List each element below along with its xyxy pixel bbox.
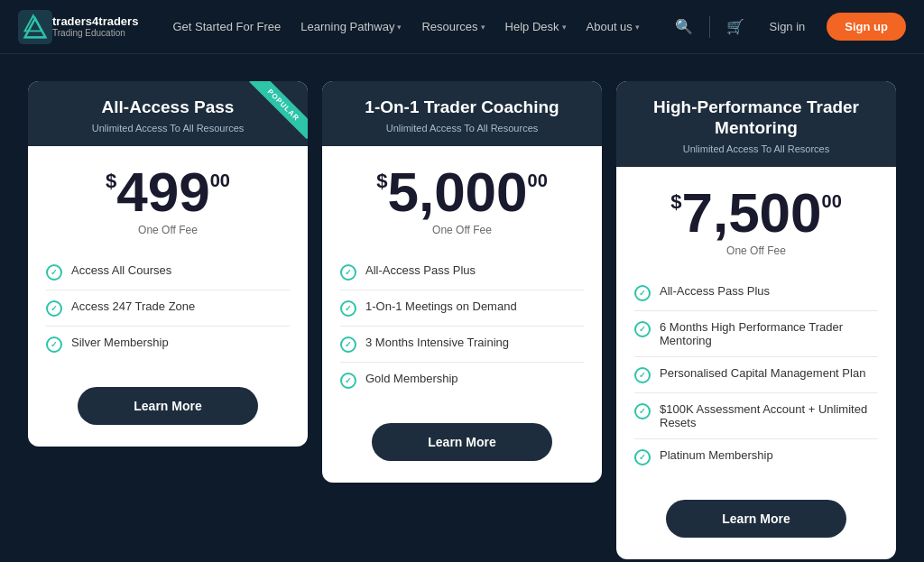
feature-text: 1-On-1 Meetings on Demand [365,299,517,313]
pricing-card-mentoring: High-Performance Trader Mentoring Unlimi… [616,81,896,559]
chevron-down-icon: ▾ [397,23,402,32]
check-icon [46,300,62,317]
card-subtitle: Unlimited Access To All Resorces [631,143,882,154]
price-amount: 499 [116,164,209,220]
card-header-coaching: 1-On-1 Trader Coaching Unlimited Access … [322,81,602,146]
sign-in-button[interactable]: Sign in [761,14,815,39]
check-icon [634,403,651,419]
search-button[interactable]: 🔍 [671,14,697,39]
pricing-card-all-access: All-Access Pass Unlimited Access To All … [28,81,308,447]
chevron-down-icon: ▾ [481,23,485,32]
nav-right: 🔍 🛒 Sign in Sign up [671,13,906,41]
feature-item: All-Access Pass Plus [634,275,878,311]
price-cents: 00 [822,192,842,210]
price-dollar: $ [670,192,681,212]
check-icon [634,321,651,337]
logo-text: traders4traders Trading Education [52,15,138,38]
check-icon [340,373,356,389]
learn-more-button-all-access[interactable]: Learn More [78,387,258,425]
feature-item: 3 Months Intensive Training [340,327,584,363]
nav-resources[interactable]: Resources ▾ [414,14,492,39]
price-label: One Off Fee [340,224,584,236]
nav-about-us[interactable]: About us ▾ [579,14,647,39]
nav-learning-pathway[interactable]: Learning Pathway ▾ [293,14,409,39]
check-icon [340,336,356,353]
card-body-mentoring: $ 7,500 00 One Off Fee All-Access Pass P… [616,167,896,559]
pricing-section: All-Access Pass Unlimited Access To All … [0,54,924,562]
card-header-mentoring: High-Performance Trader Mentoring Unlimi… [616,81,896,167]
chevron-down-icon: ▾ [562,23,567,32]
check-icon [634,367,651,383]
feature-text: All-Access Pass Plus [365,263,476,277]
features-list: All-Access Pass Plus 6 Months High Perfo… [634,275,878,474]
feature-item: All-Access Pass Plus [340,254,584,290]
card-title: 1-On-1 Trader Coaching [337,97,587,118]
card-title: High-Performance Trader Mentoring [631,97,882,139]
feature-item: Access 247 Trade Zone [46,290,290,327]
feature-text: Access All Courses [71,263,171,277]
card-body-all-access: $ 499 00 One Off Fee Access All Courses … [28,146,308,447]
feature-item: $100K Assessment Account + Unlimited Res… [634,393,878,439]
feature-item: 6 Months High Performance Trader Mentori… [634,311,878,357]
navbar: traders4traders Trading Education Get St… [0,0,924,54]
check-icon [46,264,62,281]
price-cents: 00 [528,171,548,189]
feature-item: Platinum Membership [634,439,878,474]
feature-item: Gold Membership [340,363,584,398]
price-label: One Off Fee [634,244,878,257]
feature-item: Silver Membership [46,327,290,362]
feature-text: Silver Membership [71,336,169,349]
nav-divider [709,16,710,38]
features-list: All-Access Pass Plus 1-On-1 Meetings on … [340,254,584,398]
logo[interactable]: traders4traders Trading Education [18,10,138,44]
svg-rect-0 [18,10,52,44]
nav-help-desk[interactable]: Help Desk ▾ [498,14,574,39]
check-icon [634,449,651,465]
learn-more-button-mentoring[interactable]: Learn More [666,500,846,538]
feature-text: Access 247 Trade Zone [71,299,195,313]
price-dollar: $ [106,171,116,191]
price-display: $ 7,500 00 [634,185,878,241]
logo-icon [18,10,52,44]
cart-button[interactable]: 🛒 [723,14,748,39]
price-amount: 7,500 [681,185,821,241]
card-subtitle: Unlimited Access To All Resources [337,123,587,134]
price-dollar: $ [376,171,387,191]
nav-links: Get Started For Free Learning Pathway ▾ … [165,14,670,39]
nav-get-started[interactable]: Get Started For Free [165,14,288,39]
sign-up-button[interactable]: Sign up [827,13,906,41]
feature-item: 1-On-1 Meetings on Demand [340,290,584,327]
price-label: One Off Fee [46,224,290,236]
features-list: Access All Courses Access 247 Trade Zone… [46,254,290,362]
check-icon [340,300,356,317]
pricing-card-coaching: 1-On-1 Trader Coaching Unlimited Access … [322,81,602,483]
feature-text: 3 Months Intensive Training [365,336,509,349]
feature-item: Access All Courses [46,254,290,290]
price-display: $ 5,000 00 [340,164,584,220]
feature-text: 6 Months High Performance Trader Mentori… [660,320,878,347]
feature-text: All-Access Pass Plus [660,284,770,298]
feature-text: Gold Membership [365,372,458,385]
check-icon [634,285,651,301]
card-header-all-access: All-Access Pass Unlimited Access To All … [28,81,308,146]
check-icon [340,264,356,281]
check-icon [46,336,62,353]
price-cents: 00 [210,171,230,189]
popular-badge [236,81,308,153]
feature-text: Platinum Membership [660,448,773,462]
learn-more-button-coaching[interactable]: Learn More [372,423,552,461]
price-area: $ 499 00 One Off Fee [46,164,290,236]
price-area: $ 7,500 00 One Off Fee [634,185,878,257]
feature-text: Personalised Capital Management Plan [660,366,865,380]
feature-item: Personalised Capital Management Plan [634,357,878,393]
chevron-down-icon: ▾ [635,23,640,32]
price-display: $ 499 00 [46,164,290,220]
card-body-coaching: $ 5,000 00 One Off Fee All-Access Pass P… [322,146,602,483]
price-amount: 5,000 [387,164,527,220]
price-area: $ 5,000 00 One Off Fee [340,164,584,236]
feature-text: $100K Assessment Account + Unlimited Res… [660,402,878,429]
